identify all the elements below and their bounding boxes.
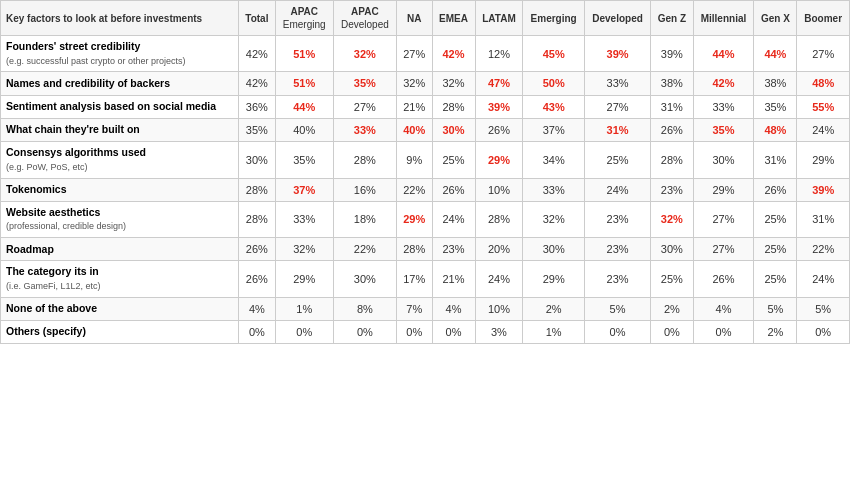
cell-r10-c6: 1% [523,321,584,344]
cell-r7-c1: 32% [275,238,333,261]
column-header-2: APACEmerging [275,1,333,36]
cell-r5-c9: 29% [693,178,754,201]
cell-r4-c1: 35% [275,142,333,178]
cell-r2-c2: 27% [333,95,396,118]
cell-r6-c8: 32% [651,201,693,237]
cell-r3-c4: 30% [432,118,475,141]
cell-r0-c11: 27% [797,36,850,72]
table-header: Key factors to look at before investment… [1,1,850,36]
cell-r9-c7: 5% [584,297,650,320]
cell-r6-c0: 28% [239,201,276,237]
cell-r3-c10: 48% [754,118,797,141]
cell-r5-c6: 33% [523,178,584,201]
cell-r7-c9: 27% [693,238,754,261]
cell-r9-c3: 7% [397,297,433,320]
cell-r5-c1: 37% [275,178,333,201]
cell-r10-c0: 0% [239,321,276,344]
cell-r8-c11: 24% [797,261,850,297]
row-label-3: What chain they're built on [1,118,239,141]
cell-r1-c0: 42% [239,72,276,95]
cell-r7-c11: 22% [797,238,850,261]
cell-r3-c7: 31% [584,118,650,141]
table-row: Founders' street credibility(e.g. succes… [1,36,850,72]
cell-r7-c10: 25% [754,238,797,261]
row-label-8: The category its in(i.e. GameFi, L1L2, e… [1,261,239,297]
cell-r2-c0: 36% [239,95,276,118]
cell-r5-c3: 22% [397,178,433,201]
column-header-12: Boomer [797,1,850,36]
cell-r9-c5: 10% [475,297,523,320]
cell-r1-c6: 50% [523,72,584,95]
cell-r8-c3: 17% [397,261,433,297]
cell-r6-c5: 28% [475,201,523,237]
cell-r2-c8: 31% [651,95,693,118]
cell-r0-c1: 51% [275,36,333,72]
cell-r9-c2: 8% [333,297,396,320]
row-label-4: Consensys algorithms used(e.g. PoW, PoS,… [1,142,239,178]
cell-r7-c5: 20% [475,238,523,261]
cell-r6-c2: 18% [333,201,396,237]
cell-r10-c5: 3% [475,321,523,344]
cell-r7-c4: 23% [432,238,475,261]
column-header-3: APACDeveloped [333,1,396,36]
column-header-5: EMEA [432,1,475,36]
cell-r1-c7: 33% [584,72,650,95]
column-header-6: LATAM [475,1,523,36]
cell-r2-c5: 39% [475,95,523,118]
cell-r8-c6: 29% [523,261,584,297]
cell-r2-c9: 33% [693,95,754,118]
cell-r0-c9: 44% [693,36,754,72]
cell-r4-c6: 34% [523,142,584,178]
cell-r3-c1: 40% [275,118,333,141]
row-label-9: None of the above [1,297,239,320]
cell-r5-c8: 23% [651,178,693,201]
table-row: The category its in(i.e. GameFi, L1L2, e… [1,261,850,297]
row-label-6: Website aesthetics(professional, credibl… [1,201,239,237]
cell-r4-c9: 30% [693,142,754,178]
cell-r8-c0: 26% [239,261,276,297]
column-header-8: Developed [584,1,650,36]
cell-r10-c9: 0% [693,321,754,344]
cell-r7-c0: 26% [239,238,276,261]
cell-r8-c9: 26% [693,261,754,297]
cell-r4-c0: 30% [239,142,276,178]
cell-r6-c10: 25% [754,201,797,237]
cell-r8-c8: 25% [651,261,693,297]
cell-r1-c4: 32% [432,72,475,95]
cell-r5-c5: 10% [475,178,523,201]
cell-r10-c7: 0% [584,321,650,344]
cell-r7-c3: 28% [397,238,433,261]
cell-r2-c4: 28% [432,95,475,118]
cell-r6-c1: 33% [275,201,333,237]
column-header-1: Total [239,1,276,36]
cell-r7-c7: 23% [584,238,650,261]
column-header-11: Gen X [754,1,797,36]
cell-r10-c10: 2% [754,321,797,344]
table-row: Sentiment analysis based on social media… [1,95,850,118]
table-row: Roadmap26%32%22%28%23%20%30%23%30%27%25%… [1,238,850,261]
cell-r3-c11: 24% [797,118,850,141]
cell-r3-c0: 35% [239,118,276,141]
cell-r9-c10: 5% [754,297,797,320]
cell-r10-c3: 0% [397,321,433,344]
cell-r1-c8: 38% [651,72,693,95]
cell-r4-c2: 28% [333,142,396,178]
cell-r8-c4: 21% [432,261,475,297]
cell-r4-c4: 25% [432,142,475,178]
cell-r10-c1: 0% [275,321,333,344]
table-row: Others (specify)0%0%0%0%0%3%1%0%0%0%2%0% [1,321,850,344]
cell-r1-c9: 42% [693,72,754,95]
cell-r0-c2: 32% [333,36,396,72]
cell-r7-c2: 22% [333,238,396,261]
cell-r2-c6: 43% [523,95,584,118]
cell-r2-c7: 27% [584,95,650,118]
cell-r5-c4: 26% [432,178,475,201]
cell-r6-c3: 29% [397,201,433,237]
cell-r1-c3: 32% [397,72,433,95]
cell-r9-c0: 4% [239,297,276,320]
cell-r7-c6: 30% [523,238,584,261]
cell-r3-c6: 37% [523,118,584,141]
cell-r8-c7: 23% [584,261,650,297]
cell-r5-c11: 39% [797,178,850,201]
row-label-5: Tokenomics [1,178,239,201]
